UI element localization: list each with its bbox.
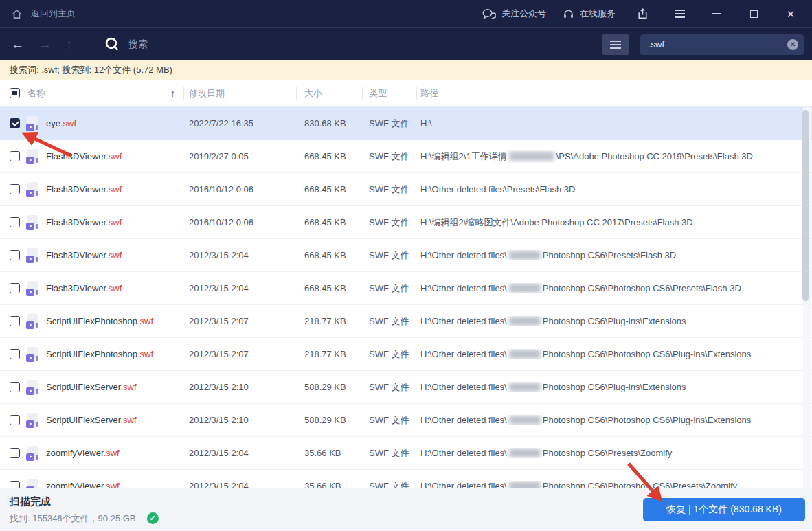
online-service-label: 在线服务 bbox=[580, 8, 616, 20]
file-path: H:\编辑组2\1工作详情\PS\Adobe Photoshop CC 2019… bbox=[416, 150, 812, 163]
file-type: SWF 文件 bbox=[362, 117, 416, 130]
back-to-home-button[interactable]: 返回到主页 bbox=[11, 8, 76, 20]
row-checkbox[interactable] bbox=[10, 415, 20, 425]
search-icon bbox=[104, 36, 120, 52]
video-play-badge bbox=[26, 321, 34, 329]
file-date: 2012/3/15 2:10 bbox=[183, 415, 296, 425]
minimize-button[interactable] bbox=[706, 5, 727, 23]
headset-icon bbox=[563, 8, 574, 20]
column-header-name[interactable]: 名称 ↑ bbox=[0, 80, 183, 106]
column-header-size[interactable]: 大小 bbox=[296, 80, 362, 106]
video-play-badge bbox=[26, 190, 34, 197]
sort-ascending-icon[interactable]: ↑ bbox=[170, 88, 175, 99]
file-name: Flash3DViewer.swf bbox=[46, 184, 122, 194]
file-type: SWF 文件 bbox=[362, 150, 416, 163]
table-row[interactable]: ScriptUIFlexPhotoshop.swf 2012/3/15 2:07… bbox=[0, 305, 812, 338]
online-service-button[interactable]: 在线服务 bbox=[563, 8, 616, 20]
swf-file-icon bbox=[26, 413, 40, 428]
file-size: 668.45 KB bbox=[296, 184, 362, 194]
file-name: ScriptUIFlexPhotoshop.swf bbox=[46, 349, 153, 359]
file-path: H:\Other deleted files\Photoshop CS6\Pho… bbox=[416, 349, 812, 359]
table-row[interactable]: ScriptUIFlexPhotoshop.swf 2012/3/15 2:07… bbox=[0, 338, 812, 371]
table-row[interactable]: Flash3DViewer.swf 2016/10/12 0:06 668.45… bbox=[0, 206, 812, 239]
table-row[interactable]: zoomifyViewer.swf 2012/3/15 2:04 35.66 K… bbox=[0, 437, 812, 470]
file-name: Flash3DViewer.swf bbox=[46, 283, 122, 293]
file-name: ScriptUIFlexPhotoshop.swf bbox=[46, 316, 153, 326]
file-type: SWF 文件 bbox=[362, 282, 416, 295]
table-row[interactable]: ScriptUIFlexServer.swf 2012/3/15 2:10 58… bbox=[0, 371, 812, 404]
row-checkbox[interactable] bbox=[10, 118, 20, 128]
file-size: 668.45 KB bbox=[296, 250, 362, 260]
file-date: 2016/10/12 0:06 bbox=[183, 184, 296, 194]
table-row[interactable]: eye.swf 2022/7/22 16:35 830.68 KB SWF 文件… bbox=[0, 107, 812, 140]
name-cell: ScriptUIFlexPhotoshop.swf bbox=[0, 314, 183, 329]
name-cell: ScriptUIFlexServer.swf bbox=[0, 413, 183, 428]
search-page-title: 搜索 bbox=[128, 38, 148, 51]
nav-back-button[interactable]: ← bbox=[11, 37, 38, 52]
row-checkbox[interactable] bbox=[10, 316, 20, 326]
redacted-path-blur bbox=[509, 449, 541, 457]
close-button[interactable]: ✕ bbox=[780, 5, 801, 23]
redacted-path-blur bbox=[509, 251, 541, 260]
follow-official-account-button[interactable]: 关注公众号 bbox=[482, 8, 546, 20]
back-to-home-label: 返回到主页 bbox=[31, 8, 76, 20]
table-row[interactable]: Flash3DViewer.swf 2016/10/12 0:06 668.45… bbox=[0, 173, 812, 206]
maximize-icon bbox=[750, 10, 758, 18]
file-type: SWF 文件 bbox=[362, 183, 416, 196]
filter-menu-button[interactable] bbox=[602, 34, 629, 55]
scrollbar-track[interactable] bbox=[803, 107, 811, 488]
file-date: 2012/3/15 2:07 bbox=[183, 316, 296, 326]
name-cell: ScriptUIFlexPhotoshop.swf bbox=[0, 347, 183, 362]
table-row[interactable]: Flash3DViewer.swf 2012/3/15 2:04 668.45 … bbox=[0, 239, 812, 272]
row-checkbox[interactable] bbox=[10, 349, 20, 359]
row-checkbox[interactable] bbox=[10, 217, 20, 227]
row-checkbox[interactable] bbox=[10, 151, 20, 161]
video-play-badge bbox=[26, 453, 34, 461]
video-play-badge bbox=[26, 387, 34, 395]
column-header-date[interactable]: 修改日期 bbox=[183, 80, 296, 106]
clear-search-icon[interactable]: ✕ bbox=[787, 39, 798, 50]
search-input[interactable] bbox=[649, 39, 787, 49]
search-box: ✕ bbox=[640, 34, 804, 55]
row-checkbox[interactable] bbox=[10, 250, 20, 260]
filter-icon bbox=[610, 41, 621, 42]
file-date: 2012/3/15 2:04 bbox=[183, 283, 296, 293]
file-name: Flash3DViewer.swf bbox=[46, 217, 122, 227]
file-name: Flash3DViewer.swf bbox=[46, 151, 122, 161]
file-path: H:\Other deleted files\Photoshop CS6\Pho… bbox=[416, 283, 812, 293]
nav-forward-button[interactable]: → bbox=[38, 37, 66, 52]
file-type: SWF 文件 bbox=[362, 249, 416, 262]
swf-file-icon bbox=[26, 281, 40, 296]
select-all-checkbox[interactable] bbox=[10, 88, 20, 98]
data-recovery-window: 返回到主页 关注公众号 在线服务 bbox=[0, 0, 812, 531]
row-checkbox[interactable] bbox=[10, 184, 20, 194]
nav-up-button[interactable]: ↑ bbox=[66, 37, 93, 52]
file-date: 2012/3/15 2:07 bbox=[183, 349, 296, 359]
search-result-notice: 搜索词: .swf; 搜索到: 12个文件 (5.72 MB) bbox=[0, 60, 812, 80]
home-icon bbox=[11, 8, 23, 20]
name-cell: Flash3DViewer.swf bbox=[0, 149, 183, 164]
table-row[interactable]: zoomifyViewer.swf 2012/3/15 2:04 35.66 K… bbox=[0, 470, 812, 488]
swf-file-icon bbox=[26, 215, 40, 230]
name-cell: eye.swf bbox=[0, 116, 183, 131]
file-path: H:\Other deleted files\Photoshop CS6\Pre… bbox=[416, 250, 812, 260]
main-menu-button[interactable] bbox=[669, 5, 690, 23]
share-button[interactable] bbox=[632, 5, 653, 23]
file-path: H:\Other deleted files\Photoshop CS6\Pho… bbox=[416, 415, 812, 425]
row-checkbox[interactable] bbox=[10, 481, 20, 488]
redacted-path-blur bbox=[509, 350, 541, 359]
recover-button[interactable]: 恢复 | 1个文件 (830.68 KB) bbox=[643, 498, 805, 521]
row-checkbox[interactable] bbox=[10, 448, 20, 458]
name-cell: Flash3DViewer.swf bbox=[0, 215, 183, 230]
table-row[interactable]: Flash3DViewer.swf 2012/3/15 2:04 668.45 … bbox=[0, 272, 812, 305]
file-size: 668.45 KB bbox=[296, 217, 362, 227]
table-row[interactable]: ScriptUIFlexServer.swf 2012/3/15 2:10 58… bbox=[0, 404, 812, 437]
statusbar: 扫描完成 找到: 155346个文件，90.25 GB ✓ 恢复 | 1个文件 … bbox=[0, 488, 812, 531]
table-row[interactable]: Flash3DViewer.swf 2019/2/27 0:05 668.45 … bbox=[0, 140, 812, 173]
column-header-type[interactable]: 类型 bbox=[362, 80, 416, 106]
scrollbar-thumb[interactable] bbox=[802, 110, 809, 301]
row-checkbox[interactable] bbox=[10, 283, 20, 293]
row-checkbox[interactable] bbox=[10, 382, 20, 392]
column-header-path[interactable]: 路径 bbox=[416, 80, 812, 106]
maximize-button[interactable] bbox=[743, 5, 764, 23]
